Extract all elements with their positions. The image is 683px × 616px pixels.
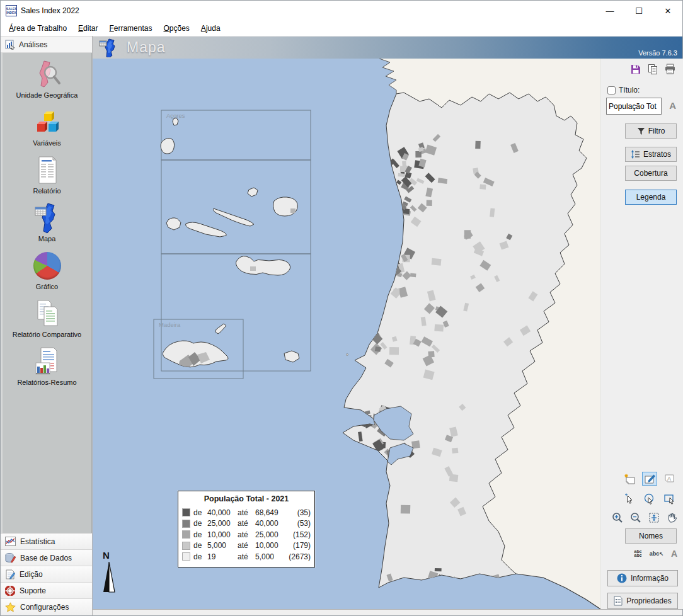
sidebar-section-edicao[interactable]: Edição — [1, 566, 92, 583]
sidebar-section-configuracoes[interactable]: Configurações — [1, 599, 92, 615]
legend-count: (35) — [288, 508, 311, 517]
app-logo-icon: SALESINDEX — [6, 5, 17, 16]
titulo-input[interactable] — [606, 98, 662, 115]
labels-font-button[interactable]: A — [671, 549, 677, 559]
map-legend: População Total - 2021 de40,000até68,649… — [178, 491, 315, 568]
new-note-icon[interactable] — [622, 472, 637, 486]
titlebar: SALESINDEX Sales Index 2022 — ☐ ✕ — [1, 1, 682, 21]
legend-to: 40,000 — [255, 519, 288, 528]
maximize-button[interactable]: ☐ — [624, 1, 653, 21]
informacao-button[interactable]: Informação — [607, 570, 678, 586]
sidebar-item-label: Gráfico — [36, 283, 58, 290]
sidebar-section-suporte[interactable]: Suporte — [1, 583, 92, 599]
sidebar-section-label: Base de Dados — [20, 554, 72, 562]
legend-ate: até — [238, 541, 255, 550]
variables-cubes-icon — [33, 107, 62, 137]
sidebar-section-label: Configurações — [20, 603, 69, 612]
sidebar-section-label: Edição — [20, 570, 43, 579]
legend-to: 5,000 — [255, 552, 288, 561]
pie-chart-icon — [33, 251, 61, 281]
legenda-button[interactable]: Legenda — [625, 190, 677, 205]
informacao-label: Informação — [631, 574, 669, 583]
star-icon — [5, 602, 16, 612]
zoom-in-icon[interactable] — [611, 511, 624, 525]
sidebar-item-label: Variáveis — [33, 139, 60, 147]
menu-ajuda[interactable]: Ajuda — [195, 22, 226, 35]
select-circle-cursor-icon[interactable] — [642, 492, 657, 506]
legend-swatch — [182, 520, 190, 528]
legend-swatch — [182, 508, 190, 516]
labels-pick-icon[interactable]: abc↖ — [650, 552, 663, 556]
menu-opcoes[interactable]: Opções — [158, 22, 195, 35]
north-label: N — [103, 550, 123, 561]
propriedades-button[interactable]: Propriedades — [607, 593, 678, 609]
propriedades-label: Propriedades — [626, 596, 671, 605]
zoom-fit-icon[interactable] — [648, 511, 660, 525]
legend-count: (2673) — [288, 552, 311, 561]
legend-de: de — [193, 552, 207, 561]
analyses-chart-icon — [5, 40, 15, 50]
labels-all-icon[interactable]: abcabc — [634, 550, 642, 557]
menu-ferramentas[interactable]: Ferramentas — [103, 22, 158, 35]
copy-icon[interactable] — [647, 64, 658, 75]
sidebar-section-estatistica[interactable]: Estatística — [1, 533, 92, 550]
sidebar-item-grafico[interactable]: Gráfico — [3, 251, 91, 290]
sidebar-item-label: Relatório Comparativo — [13, 331, 81, 338]
pan-hand-icon[interactable] — [666, 511, 679, 525]
close-button[interactable]: ✕ — [653, 1, 682, 21]
save-icon[interactable] — [630, 64, 641, 75]
sidebar-item-relatorios-resumo[interactable]: Relatórios-Resumo — [3, 346, 91, 386]
sidebar-item-label: Unidade Geográfica — [16, 91, 78, 99]
legend-row: de5,000até10,000(179) — [182, 540, 311, 552]
select-star-cursor-icon[interactable] — [622, 492, 637, 506]
legenda-label: Legenda — [636, 193, 666, 202]
island-flores — [161, 138, 175, 154]
menu-area-de-trabalho[interactable]: Área de Trabalho — [3, 22, 72, 35]
zoom-out-icon[interactable] — [629, 511, 642, 525]
island-terceira — [273, 197, 298, 216]
nomes-button[interactable]: Nomes — [625, 528, 677, 544]
text-note-icon[interactable]: A — [662, 472, 677, 486]
estratos-button[interactable]: Estratos — [625, 147, 677, 162]
titulo-checkbox[interactable] — [607, 86, 616, 94]
properties-icon — [614, 596, 623, 606]
legend-from: 40,000 — [207, 508, 238, 517]
legend-from: 19 — [207, 552, 238, 561]
edit-note-icon[interactable] — [642, 472, 657, 486]
cobertura-button[interactable]: Cobertura — [625, 166, 677, 181]
berlengas-islet — [347, 354, 348, 356]
report-icon — [33, 155, 62, 185]
minimize-button[interactable]: — — [595, 1, 624, 21]
sidebar-item-relatorio[interactable]: Relatório — [3, 155, 91, 195]
legend-title: População Total - 2021 — [182, 494, 311, 503]
sidebar-item-relatorio-comparativo[interactable]: Relatório Comparativo — [3, 299, 91, 338]
legend-from: 10,000 — [207, 530, 238, 539]
sidebar-section-base-de-dados[interactable]: Base de Dados — [1, 550, 92, 566]
legend-to: 25,000 — [255, 530, 288, 539]
sidebar-item-mapa[interactable]: Mapa — [3, 203, 91, 242]
sidebar-item-variaveis[interactable]: Variáveis — [3, 107, 91, 147]
map-header: Mapa Versão 7.6.3 — [93, 36, 682, 59]
sidebar-item-unidade-geografica[interactable]: Unidade Geográfica — [3, 59, 91, 99]
legend-count: (152) — [288, 530, 311, 539]
print-icon[interactable] — [664, 64, 676, 75]
filtro-button[interactable]: Filtro — [625, 123, 677, 139]
legend-count: (53) — [288, 519, 311, 528]
legend-swatch — [182, 542, 190, 550]
title-font-button[interactable]: A — [669, 100, 676, 111]
legend-ate: até — [238, 530, 255, 539]
select-rect-cursor-icon[interactable] — [662, 492, 677, 506]
map-canvas[interactable]: Açores — [93, 59, 600, 609]
filter-icon — [637, 127, 645, 135]
window-bottom-strip — [93, 609, 682, 615]
legend-swatch — [182, 530, 190, 539]
menu-editar[interactable]: Editar — [72, 22, 103, 35]
edit-document-icon — [5, 569, 15, 579]
info-icon — [617, 573, 627, 583]
left-sidebar: Análises Unidade Geográfica — [1, 36, 93, 615]
sidebar-tools: Unidade Geográfica Variáveis — [1, 53, 92, 533]
svg-text:A: A — [667, 476, 671, 482]
window-title: Sales Index 2022 — [21, 6, 79, 15]
sidebar-item-label: Mapa — [38, 235, 56, 242]
sidebar-section-label: Estatística — [20, 537, 55, 546]
